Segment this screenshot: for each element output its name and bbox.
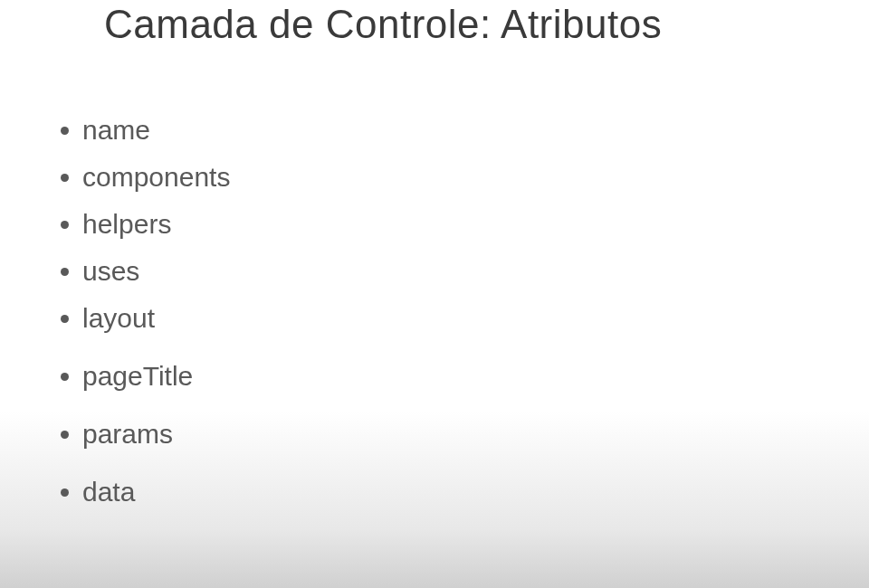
slide-title: Camada de Controle: Atributos xyxy=(0,0,869,47)
bullet-icon xyxy=(61,431,69,439)
list-item: name xyxy=(61,115,869,146)
list-item: layout xyxy=(61,303,869,334)
list-item: data xyxy=(61,477,869,507)
bullet-text: data xyxy=(82,477,135,507)
bullet-list: name components helpers uses layout page… xyxy=(0,47,869,507)
bullet-text: helpers xyxy=(82,209,171,240)
list-item: components xyxy=(61,162,869,193)
bullet-icon xyxy=(61,127,69,135)
bullet-text: components xyxy=(82,162,230,193)
bullet-text: name xyxy=(82,115,150,146)
bullet-icon xyxy=(61,315,69,323)
bullet-icon xyxy=(61,221,69,229)
bullet-icon xyxy=(61,488,69,497)
bullet-text: pageTitle xyxy=(82,361,193,392)
bullet-text: uses xyxy=(82,256,139,287)
list-item: params xyxy=(61,419,869,450)
list-item: helpers xyxy=(61,209,869,240)
bullet-text: layout xyxy=(82,303,155,334)
bullet-icon xyxy=(61,174,69,182)
bullet-icon xyxy=(61,268,69,276)
bullet-text: params xyxy=(82,419,173,450)
list-item: uses xyxy=(61,256,869,287)
slide-container: Camada de Controle: Atributos name compo… xyxy=(0,0,869,588)
list-item: pageTitle xyxy=(61,361,869,392)
bullet-icon xyxy=(61,373,69,381)
